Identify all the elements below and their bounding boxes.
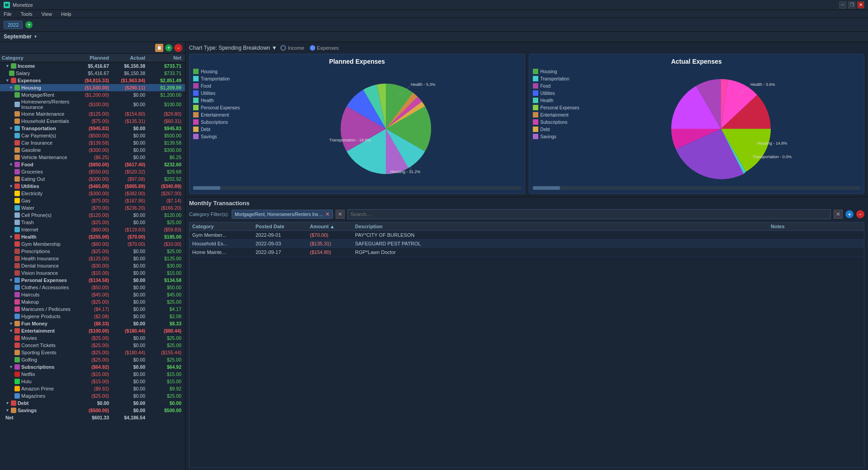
filter-chip[interactable]: Mortgage/Rent, Homeowners/Renters Ins ..… (232, 210, 333, 219)
menu-tools[interactable]: Tools (19, 11, 34, 17)
clear-search-button[interactable]: ✕ (834, 210, 843, 219)
tree-row-health[interactable]: ▼ Health ($255.00) ($70.00) $185.00 (0, 233, 185, 240)
radio-income[interactable]: Income (280, 45, 304, 51)
month-chevron[interactable]: ▼ (33, 34, 38, 39)
minimize-button[interactable]: ─ (839, 1, 846, 9)
tree-row-dental_ins[interactable]: Dental Insurance ($30.00) $0.00 $30.00 (0, 262, 185, 269)
tree-row-vision_ins[interactable]: Vision Insurance ($15.00) $0.00 $15.00 (0, 269, 185, 277)
trans-row-1[interactable]: Household Es... 2022-09-03 ($135.31) SAF… (190, 240, 864, 248)
clear-filter-button[interactable]: ✕ (336, 210, 345, 219)
tree-row-expenses[interactable]: ▼ Expenses ($4,815.33) ($1,963.84) $2,85… (0, 77, 185, 84)
col-notes[interactable]: Notes (771, 224, 861, 229)
col-posted-date[interactable]: Posted Date (256, 224, 310, 229)
row-actual-income: $6,150.38 (111, 63, 147, 69)
tree-row-clothes[interactable]: Clothes / Accessories ($50.00) $0.00 $50… (0, 284, 185, 291)
tree-row-hygiene[interactable]: Hygiene Products ($2.08) $0.00 $2.08 (0, 313, 185, 320)
expand-arrow-subscriptions[interactable]: ▼ (9, 365, 13, 369)
tree-row-gas[interactable]: Gas ($75.00) ($167.86) ($7.14) (0, 197, 185, 204)
actual-scrollbar[interactable] (533, 186, 861, 190)
tree-row-car_insurance[interactable]: Car Insurance ($139.58) $0.00 $139.58 (0, 139, 185, 146)
tree-row-gasoline[interactable]: Gasoline ($300.00) $0.00 $300.00 (0, 146, 185, 154)
tree-row-haircuts[interactable]: Haircuts ($45.00) $0.00 $45.00 (0, 291, 185, 298)
col-amount[interactable]: Amount ▲ (310, 224, 355, 229)
tree-row-cell_phone[interactable]: Cell Phone(s) ($120.00) $0.00 $120.00 (0, 212, 185, 219)
row-net-entertainment: ($80.44) (147, 328, 183, 334)
tree-row-magazines[interactable]: Magazines ($25.00) $0.00 $25.00 (0, 392, 185, 400)
year-badge[interactable]: 2022 (4, 21, 23, 29)
expand-arrow-expenses[interactable]: ▼ (5, 78, 9, 83)
row-label-homeowners: Homeowners/Renters Insurance (21, 99, 75, 110)
col-description[interactable]: Description (355, 224, 771, 229)
tree-row-internet[interactable]: Internet ($60.00) ($119.83) ($59.83) (0, 226, 185, 233)
tree-row-sporting[interactable]: Sporting Events ($25.00) ($180.44) ($155… (0, 349, 185, 356)
tree-row-water[interactable]: Water ($70.00) ($236.20) ($166.20) (0, 204, 185, 212)
filter-chip-remove[interactable]: ✕ (325, 211, 330, 217)
expand-arrow-debt[interactable]: ▼ (5, 401, 9, 405)
tree-row-subscriptions[interactable]: ▼ Subscriptions ($64.92) $0.00 $64.92 (0, 363, 185, 371)
tree-row-home_maint[interactable]: Home Maintenance ($125.00) ($154.80) ($2… (0, 110, 185, 118)
add-category-button[interactable]: + (165, 44, 172, 52)
expand-arrow-fun_money[interactable]: ▼ (9, 321, 13, 326)
tree-row-amazon[interactable]: Amazon Prime ($9.92) $0.00 $9.92 (0, 385, 185, 392)
trans-row-2[interactable]: Home Mainte... 2022-09-17 ($154.80) RGP*… (190, 248, 864, 257)
tree-row-prescriptions[interactable]: Prescriptions ($25.00) $0.00 $25.00 (0, 248, 185, 255)
col-category[interactable]: Category (192, 224, 256, 229)
tree-row-fun_money[interactable]: ▼ Fun Money ($8.33) $0.00 $8.33 (0, 320, 185, 327)
tree-row-golfing[interactable]: Golfing ($25.00) $0.00 $25.00 (0, 356, 185, 363)
tree-row-debt[interactable]: ▼ Debt $0.00 $0.00 $0.00 (0, 400, 185, 407)
remove-category-button[interactable]: - (174, 44, 182, 52)
tree-row-personal_exp[interactable]: ▼ Personal Expenses ($134.58) $0.00 $134… (0, 277, 185, 284)
expand-arrow-personal_exp[interactable]: ▼ (9, 278, 13, 282)
menu-view[interactable]: View (39, 11, 54, 17)
tree-row-income[interactable]: ▼ Income $5,416.67 $6,150.38 $733.71 (0, 62, 185, 70)
planned-scrollbar[interactable] (193, 186, 521, 190)
tree-row-housing[interactable]: ▼ Housing ($1,500.00) ($290.11) $1,209.8… (0, 84, 185, 91)
restore-button[interactable]: ❐ (848, 1, 855, 9)
tree-row-mortgage[interactable]: Mortgage/Rent ($1,200.00) $0.00 $1,200.0… (0, 91, 185, 99)
chart-type-label[interactable]: Chart Type: Spending Breakdown ▼ (189, 45, 277, 51)
tree-row-electricity[interactable]: Electricity ($300.00) ($382.00) ($267.00… (0, 190, 185, 197)
tree-row-household[interactable]: Household Essentials ($75.00) ($135.31) … (0, 118, 185, 125)
trans-row-0[interactable]: Gym Member... 2022-09-01 ($70.00) PAY*CI… (190, 231, 864, 240)
expand-arrow-food[interactable]: ▼ (9, 162, 13, 167)
tree-row-makeup[interactable]: Makeup ($25.00) $0.00 $25.00 (0, 298, 185, 306)
tree-body[interactable]: ▼ Income $5,416.67 $6,150.38 $733.71 Sal… (0, 62, 185, 470)
radio-expenses[interactable]: Expenses (310, 45, 339, 51)
close-button[interactable]: ✕ (857, 1, 864, 9)
tree-row-manicures[interactable]: Manicures / Pedicures ($4.17) $0.00 $4.1… (0, 306, 185, 313)
expand-arrow-entertainment[interactable]: ▼ (9, 329, 13, 333)
tree-row-eating_out[interactable]: Eating Out ($300.00) ($97.08) $202.92 (0, 175, 185, 183)
expand-arrow-income[interactable]: ▼ (5, 64, 9, 68)
tree-row-homeowners[interactable]: Homeowners/Renters Insurance ($100.00) $… (0, 99, 185, 110)
expand-arrow-transportation[interactable]: ▼ (9, 126, 13, 131)
tree-row-utilities[interactable]: ▼ Utilities ($465.00) ($805.89) ($340.89… (0, 183, 185, 190)
menu-help[interactable]: Help (59, 11, 73, 17)
search-input[interactable] (347, 209, 831, 219)
expand-arrow-utilities[interactable]: ▼ (9, 184, 13, 188)
expand-arrow-housing[interactable]: ▼ (9, 85, 13, 90)
tree-row-entertainment[interactable]: ▼ Entertainment ($100.00) ($180.44) ($80… (0, 327, 185, 334)
menu-file[interactable]: File (2, 11, 14, 17)
tree-row-concert[interactable]: Concert Tickets ($25.00) $0.00 $25.00 (0, 342, 185, 349)
tree-row-health_ins[interactable]: Health Insurance ($125.00) $0.00 $125.00 (0, 255, 185, 262)
tree-row-transportation[interactable]: ▼ Transportation ($945.83) $0.00 $945.83 (0, 125, 185, 132)
tree-row-hulu[interactable]: Hulu ($15.00) $0.00 $15.00 (0, 378, 185, 385)
tree-row-trash[interactable]: Trash ($25.00) $0.00 $25.00 (0, 219, 185, 226)
tree-row-gym[interactable]: Gym Membership ($60.00) ($70.00) ($10.00… (0, 240, 185, 248)
remove-transaction-button[interactable]: - (856, 210, 864, 218)
tree-row-net[interactable]: Net $601.33 $4,186.54 (0, 414, 185, 421)
expand-arrow-savings[interactable]: ▼ (5, 408, 9, 413)
tree-row-vehicle_maint[interactable]: Vehicle Maintenance ($6.25) $0.00 $6.25 (0, 154, 185, 161)
row-planned-income: $5,416.67 (75, 63, 111, 69)
tree-row-car_payment[interactable]: Car Payment(s) ($500.00) $0.00 $500.00 (0, 132, 185, 139)
tree-row-groceries[interactable]: Groceries ($550.00) ($520.32) $29.68 (0, 168, 185, 175)
tree-row-movies[interactable]: Movies ($25.00) $0.00 $25.00 (0, 334, 185, 342)
tree-row-salary[interactable]: Salary $5,416.67 $6,150.38 $733.71 (0, 70, 185, 77)
expand-arrow-health[interactable]: ▼ (9, 235, 13, 239)
add-year-button[interactable]: + (25, 21, 33, 28)
row-net-concert: $25.00 (147, 343, 183, 348)
tree-row-food[interactable]: ▼ Food ($850.00) ($617.40) $232.60 (0, 161, 185, 168)
tree-row-netflix[interactable]: Netflix ($15.00) $0.00 $15.00 (0, 371, 185, 378)
tree-row-savings[interactable]: ▼ Savings ($500.00) $0.00 $500.00 (0, 407, 185, 414)
add-transaction-button[interactable]: + (845, 210, 854, 218)
